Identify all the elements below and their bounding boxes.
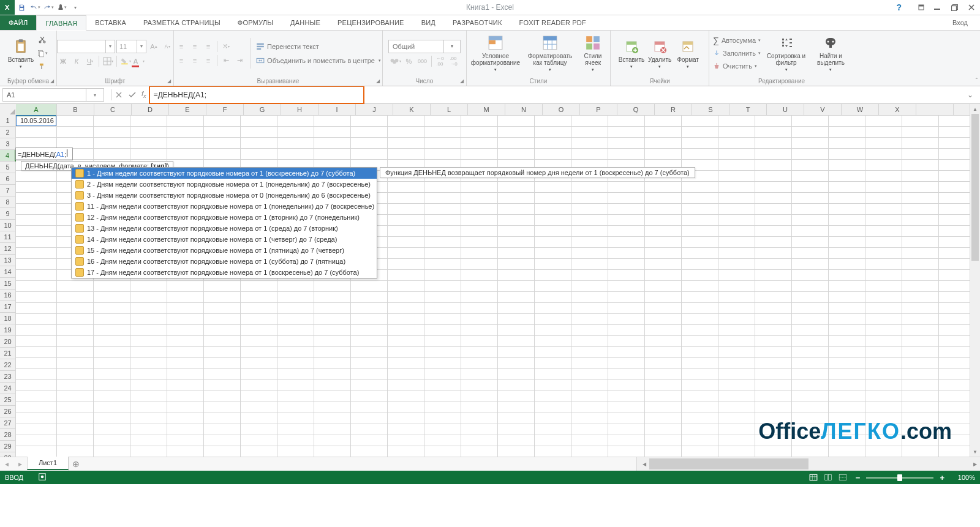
row-header-16[interactable]: 16 xyxy=(0,290,16,301)
zoom-slider[interactable] xyxy=(866,477,933,479)
underline-icon[interactable]: Ч▾ xyxy=(84,55,96,67)
increase-decimal-icon[interactable]: ←0.00 xyxy=(434,55,447,67)
format-painter-icon[interactable] xyxy=(36,61,48,73)
column-header-O[interactable]: O xyxy=(543,104,580,116)
find-select-button[interactable]: Найти и выделить▾ xyxy=(812,33,850,73)
zoom-level[interactable]: 100% xyxy=(951,474,975,481)
row-header-11[interactable]: 11 xyxy=(0,231,16,243)
column-header-K[interactable]: K xyxy=(393,104,431,116)
dropdown-item[interactable]: 16 - Дням недели соответствуют порядковы… xyxy=(72,256,377,267)
qat-customize-icon[interactable]: ▾ xyxy=(69,0,82,15)
borders-icon[interactable]: ▾ xyxy=(102,55,114,67)
expand-formula-bar-icon[interactable]: ⌄ xyxy=(965,86,975,103)
column-header-I[interactable]: I xyxy=(318,104,356,116)
increase-indent-icon[interactable]: ⇥ xyxy=(233,54,246,67)
align-right-icon[interactable]: ≡ xyxy=(202,54,214,67)
horizontal-scrollbar[interactable]: ◀ ▶ xyxy=(636,457,980,471)
column-header-P[interactable]: P xyxy=(580,104,617,116)
page-layout-view-icon[interactable] xyxy=(821,472,835,483)
decrease-decimal-icon[interactable]: .00→0 xyxy=(448,55,460,67)
row-header-8[interactable]: 8 xyxy=(0,196,16,208)
number-dialog-icon[interactable]: ◢ xyxy=(460,78,464,84)
zoom-out-button[interactable]: − xyxy=(856,473,861,482)
insert-function-icon[interactable]: fx xyxy=(141,90,146,99)
row-header-27[interactable]: 27 xyxy=(0,417,16,429)
paste-button[interactable]: Вставить ▾ xyxy=(8,33,34,73)
column-header-B[interactable]: B xyxy=(57,104,94,116)
column-header-L[interactable]: L xyxy=(431,104,468,116)
sheet-tab-active[interactable]: Лист1 xyxy=(27,457,69,470)
row-header-23[interactable]: 23 xyxy=(0,371,16,383)
merge-center-button[interactable]: Объединить и поместить в центре▾ xyxy=(256,54,381,67)
row-header-4[interactable]: 4 xyxy=(0,150,16,162)
zoom-in-button[interactable]: + xyxy=(940,473,944,482)
row-header-13[interactable]: 13 xyxy=(0,255,16,266)
dropdown-item[interactable]: 2 - Дням недели соответствуют порядковые… xyxy=(72,179,377,190)
row-header-19[interactable]: 19 xyxy=(0,324,16,336)
new-sheet-button[interactable]: ⊕ xyxy=(69,457,83,471)
row-header-17[interactable]: 17 xyxy=(0,301,16,313)
cells-area[interactable]: 10.05.2016 =ДЕНЬНЕД(A1; ДЕНЬНЕД(дата_в_ч… xyxy=(16,115,970,457)
format-as-table-button[interactable]: Форматировать как таблицу▾ xyxy=(525,33,575,73)
clear-button[interactable]: Очистить▾ xyxy=(713,60,761,72)
cancel-formula-icon[interactable] xyxy=(112,86,126,103)
formula-bar-input[interactable]: =ДЕНЬНЕД(A1; xyxy=(149,86,364,104)
fill-color-icon[interactable]: ▾ xyxy=(119,55,132,67)
column-header-U[interactable]: U xyxy=(767,104,804,116)
tab-data[interactable]: ДАННЫЕ xyxy=(282,15,329,30)
tab-review[interactable]: РЕЦЕНЗИРОВАНИЕ xyxy=(329,15,413,30)
macro-record-icon[interactable] xyxy=(38,473,47,482)
font-dialog-icon[interactable]: ◢ xyxy=(167,78,171,84)
font-size-selector[interactable]: 11▾ xyxy=(116,40,146,53)
column-header-N[interactable]: N xyxy=(505,104,543,116)
row-header-10[interactable]: 10 xyxy=(0,220,16,231)
row-header-3[interactable]: 3 xyxy=(0,138,16,150)
align-middle-icon[interactable]: ≡ xyxy=(189,40,201,53)
cell-a4-editing[interactable]: =ДЕНЬНЕД(A1; xyxy=(16,148,72,160)
tab-home[interactable]: ГЛАВНАЯ xyxy=(36,15,86,31)
row-header-15[interactable]: 15 xyxy=(0,278,16,290)
clipboard-dialog-icon[interactable]: ◢ xyxy=(50,78,54,84)
column-header-E[interactable]: E xyxy=(169,104,206,116)
column-header-F[interactable]: F xyxy=(206,104,244,116)
tab-foxit[interactable]: FOXIT READER PDF xyxy=(511,15,595,30)
column-headers[interactable]: ABCDEFGHIJKLMNOPQRSTUVWX xyxy=(16,104,970,115)
column-header-T[interactable]: T xyxy=(729,104,767,116)
grow-font-icon[interactable]: A▴ xyxy=(148,40,160,53)
tab-file[interactable]: ФАЙЛ xyxy=(0,15,36,30)
sheet-nav-prev-icon[interactable]: ◂ xyxy=(0,457,13,471)
alignment-dialog-icon[interactable]: ◢ xyxy=(376,78,380,84)
column-header-X[interactable]: X xyxy=(879,104,916,116)
row-header-6[interactable]: 6 xyxy=(0,173,16,185)
redo-icon[interactable]: ▾ xyxy=(42,0,55,15)
dropdown-item[interactable]: 1 - Дням недели соответствуют порядковые… xyxy=(72,168,377,179)
cell-styles-button[interactable]: Стили ячеек▾ xyxy=(578,33,608,73)
number-format-selector[interactable]: Общий▾ xyxy=(388,40,461,53)
align-left-icon[interactable]: ≡ xyxy=(175,54,187,67)
row-header-24[interactable]: 24 xyxy=(0,383,16,394)
collapse-ribbon-icon[interactable]: ˆ xyxy=(976,78,978,84)
italic-icon[interactable]: К xyxy=(70,55,83,67)
tab-view[interactable]: ВИД xyxy=(413,15,444,30)
row-header-25[interactable]: 25 xyxy=(0,394,16,406)
page-break-view-icon[interactable] xyxy=(836,472,850,483)
row-header-7[interactable]: 7 xyxy=(0,185,16,196)
insert-cells-button[interactable]: Вставить▾ xyxy=(619,33,644,73)
bold-icon[interactable]: Ж xyxy=(57,55,69,67)
sheet-nav-next-icon[interactable]: ▸ xyxy=(13,457,27,471)
name-box[interactable]: A1▾ xyxy=(2,88,104,102)
row-header-20[interactable]: 20 xyxy=(0,336,16,348)
row-header-18[interactable]: 18 xyxy=(0,313,16,324)
dropdown-item[interactable]: 14 - Дням недели соответствуют порядковы… xyxy=(72,234,377,245)
tab-formulas[interactable]: ФОРМУЛЫ xyxy=(229,15,282,30)
dropdown-item[interactable]: 11 - Дням недели соответствуют порядковы… xyxy=(72,201,377,212)
save-icon[interactable] xyxy=(15,0,28,15)
row-header-26[interactable]: 26 xyxy=(0,406,16,417)
row-header-30[interactable]: 30 xyxy=(0,452,16,457)
vertical-scrollbar[interactable]: ▲ ▼ xyxy=(970,104,980,457)
close-button[interactable] xyxy=(963,4,980,10)
fill-button[interactable]: Заполнить▾ xyxy=(713,47,761,59)
align-bottom-icon[interactable]: ≡ xyxy=(202,40,214,53)
tab-developer[interactable]: РАЗРАБОТЧИК xyxy=(444,15,511,30)
column-header-Q[interactable]: Q xyxy=(617,104,655,116)
